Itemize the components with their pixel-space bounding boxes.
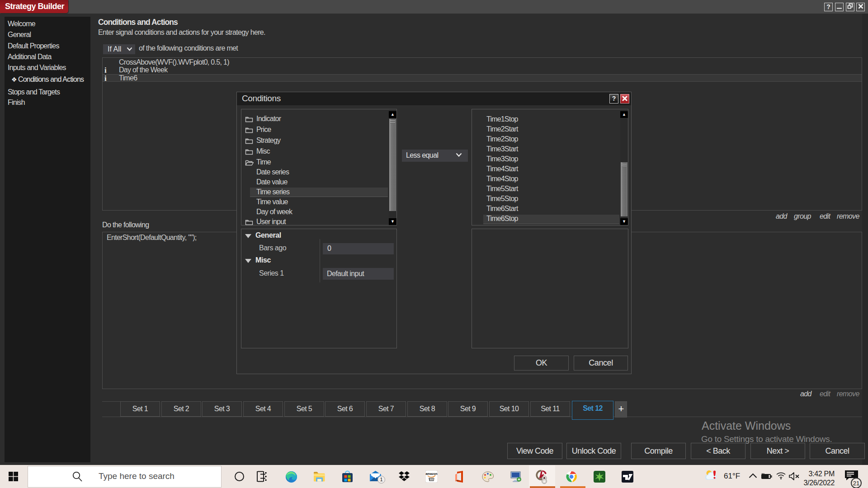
svg-text:amazon: amazon	[425, 472, 437, 475]
